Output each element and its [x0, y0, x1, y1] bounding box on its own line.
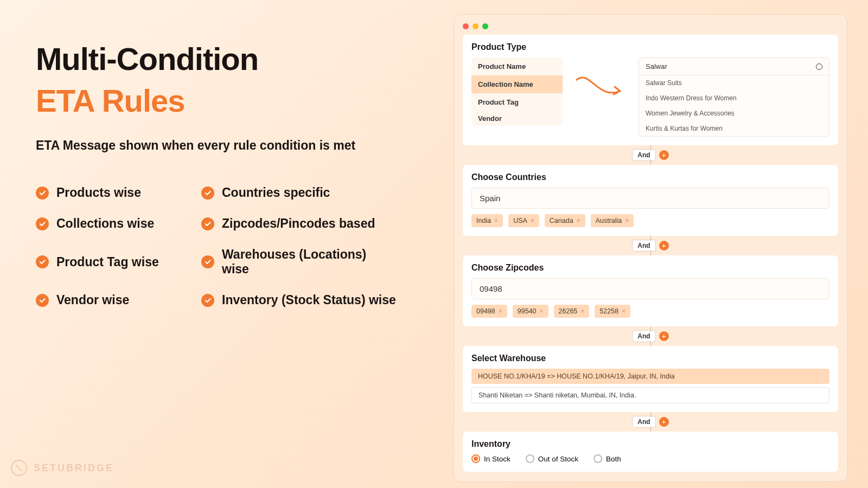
- zipcodes-card: Choose Zipcodes 09498×99540×26265×52258×: [463, 255, 838, 326]
- check-icon: [201, 294, 214, 307]
- add-condition-button[interactable]: +: [659, 150, 669, 160]
- countries-card: Choose Countries India×USA×Canada×Austra…: [463, 165, 838, 236]
- chip-label: 26265: [559, 307, 578, 315]
- country-chip: USA×: [508, 214, 539, 227]
- feature-text: Inventory (Stock Status) wise: [222, 293, 396, 307]
- collection-search-input[interactable]: [646, 62, 796, 70]
- remove-chip-icon[interactable]: ×: [540, 307, 544, 315]
- inventory-radio-option[interactable]: Both: [593, 454, 621, 463]
- warehouse-list: HOUSE NO.1/KHA/19 => HOUSE NO.1/KHA/19, …: [471, 369, 829, 403]
- search-icon[interactable]: [816, 63, 822, 70]
- feature-item: Product Tag wise: [36, 247, 201, 277]
- radio-label: In Stock: [484, 455, 510, 463]
- feature-item: Warehouses (Locations) wise: [201, 247, 397, 277]
- inventory-title: Inventory: [471, 439, 829, 449]
- radio-icon: [471, 454, 480, 463]
- rules-config-window: Product Type Product NameCollection Name…: [454, 14, 847, 482]
- collection-result-item[interactable]: Indo Western Dress for Women: [639, 91, 829, 106]
- inventory-card: Inventory In StockOut of StockBoth: [463, 432, 838, 472]
- subheadline: ETA Message shown when every rule condit…: [36, 138, 416, 153]
- and-label: And: [632, 149, 655, 161]
- countries-title: Choose Countries: [471, 172, 829, 182]
- chip-label: 52258: [599, 307, 618, 315]
- remove-chip-icon[interactable]: ×: [580, 307, 584, 315]
- feature-item: Inventory (Stock Status) wise: [201, 293, 397, 307]
- and-connector: And +: [463, 326, 838, 346]
- brand-mark-icon: [11, 460, 27, 476]
- feature-item: Collections wise: [36, 216, 201, 231]
- collection-search-row: [639, 58, 829, 75]
- zipcode-chip: 09498×: [471, 305, 507, 318]
- check-icon: [36, 217, 49, 230]
- feature-text: Products wise: [56, 185, 141, 200]
- product-type-option[interactable]: Collection Name: [471, 75, 563, 93]
- radio-label: Both: [606, 455, 621, 463]
- countries-input[interactable]: [471, 188, 829, 209]
- zipcode-chip: 26265×: [554, 305, 590, 318]
- feature-text: Warehouses (Locations) wise: [222, 247, 397, 277]
- zipcodes-input[interactable]: [471, 278, 829, 299]
- chip-label: 09498: [476, 307, 495, 315]
- feature-text: Product Tag wise: [56, 255, 159, 269]
- maximize-dot-icon[interactable]: [482, 23, 488, 29]
- chip-label: India: [476, 217, 491, 224]
- inventory-radio-option[interactable]: In Stock: [471, 454, 510, 463]
- warehouse-title: Select Warehouse: [471, 354, 829, 363]
- remove-chip-icon[interactable]: ×: [625, 217, 629, 224]
- product-type-results: Salwar SuitsIndo Western Dress for Women…: [639, 57, 829, 137]
- remove-chip-icon[interactable]: ×: [622, 307, 626, 315]
- country-chip: Australia×: [591, 214, 634, 227]
- collection-result-item[interactable]: Salwar Suits: [639, 75, 829, 91]
- check-icon: [36, 255, 49, 268]
- and-label: And: [632, 330, 655, 342]
- and-connector: And +: [463, 236, 838, 255]
- feature-text: Zipcodes/Pincodes based: [222, 216, 375, 231]
- headline-line1: Multi-Condition: [36, 43, 416, 75]
- check-icon: [201, 187, 214, 200]
- check-icon: [36, 187, 49, 200]
- add-condition-button[interactable]: +: [659, 241, 669, 251]
- feature-text: Collections wise: [56, 216, 154, 231]
- feature-item: Products wise: [36, 185, 201, 200]
- zipcode-chip: 52258×: [595, 305, 630, 318]
- zipcode-chip-row: 09498×99540×26265×52258×: [471, 305, 829, 318]
- radio-icon: [593, 454, 602, 463]
- product-type-option[interactable]: Product Tag: [471, 93, 563, 111]
- remove-chip-icon[interactable]: ×: [494, 217, 498, 224]
- brand-logo: SETUBRIDGE: [11, 460, 114, 476]
- product-type-option-list: Product NameCollection NameProduct TagVe…: [471, 57, 563, 126]
- radio-label: Out of Stock: [538, 455, 578, 463]
- product-type-option[interactable]: Vendor: [471, 111, 563, 126]
- radio-icon: [526, 454, 534, 463]
- chip-label: Australia: [596, 217, 622, 224]
- product-type-option[interactable]: Product Name: [471, 57, 563, 75]
- product-type-title: Product Type: [471, 42, 829, 52]
- collection-result-item[interactable]: Kurtis & Kurtas for Women: [639, 121, 829, 136]
- warehouse-item[interactable]: Shanti Niketan => Shanti niketan, Mumbai…: [471, 387, 829, 403]
- add-condition-button[interactable]: +: [659, 417, 669, 427]
- add-condition-button[interactable]: +: [659, 331, 669, 341]
- warehouse-item[interactable]: HOUSE NO.1/KHA/19 => HOUSE NO.1/KHA/19, …: [471, 369, 829, 384]
- chip-label: Canada: [550, 217, 573, 224]
- remove-chip-icon[interactable]: ×: [531, 217, 534, 224]
- country-chip: Canada×: [545, 214, 585, 227]
- zipcodes-title: Choose Zipcodes: [471, 263, 829, 273]
- zipcode-chip: 99540×: [513, 305, 548, 318]
- collection-result-item[interactable]: Women Jewelry & Accessories: [639, 106, 829, 121]
- inventory-radio-option[interactable]: Out of Stock: [526, 454, 578, 463]
- and-connector: And +: [463, 145, 838, 165]
- feature-item: Vendor wise: [36, 293, 201, 307]
- warehouse-card: Select Warehouse HOUSE NO.1/KHA/19 => HO…: [463, 346, 838, 412]
- chip-label: USA: [513, 217, 527, 224]
- minimize-dot-icon[interactable]: [473, 23, 478, 29]
- marketing-copy: Multi-Condition ETA Rules ETA Message sh…: [36, 43, 416, 307]
- close-dot-icon[interactable]: [463, 23, 469, 29]
- feature-text: Vendor wise: [56, 293, 129, 307]
- country-chip-row: India×USA×Canada×Australia×: [471, 214, 829, 227]
- remove-chip-icon[interactable]: ×: [499, 307, 502, 315]
- arrow-curve-icon: [573, 70, 628, 114]
- feature-item: Countries specific: [201, 185, 397, 200]
- check-icon: [201, 217, 214, 230]
- remove-chip-icon[interactable]: ×: [577, 217, 580, 224]
- feature-text: Countries specific: [222, 185, 330, 200]
